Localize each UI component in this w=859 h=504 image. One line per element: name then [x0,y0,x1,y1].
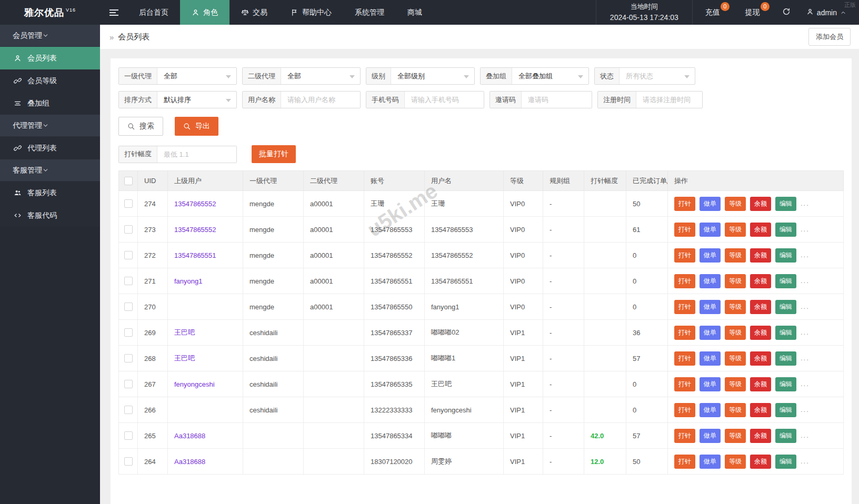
balance-button[interactable]: 余额 [750,248,771,263]
nav-item-mall[interactable]: 商城 [396,0,434,25]
edit-button[interactable]: 编辑 [775,274,796,288]
level-button[interactable]: 等级 [725,326,746,340]
parent-user-link[interactable]: 13547865552 [174,226,216,234]
search-button[interactable]: 搜索 [118,117,163,136]
parent-user-link[interactable]: 王巴吧 [174,354,195,362]
inject-button[interactable]: 打针 [674,326,695,340]
parent-user-link[interactable]: Aa318688 [174,458,205,466]
inject-button[interactable]: 打针 [674,197,695,211]
inject-button[interactable]: 打针 [674,223,695,237]
level-button[interactable]: 等级 [725,377,746,391]
nav-item-help-center[interactable]: 帮助中心 [279,0,343,25]
inject-button[interactable]: 打针 [674,274,695,288]
level-button[interactable]: 等级 [725,274,746,288]
level-button[interactable]: 等级 [725,300,746,314]
order-button[interactable]: 做单 [700,197,721,211]
balance-button[interactable]: 余额 [750,351,771,366]
nav-item-role[interactable]: 角色 [180,0,229,25]
level-button[interactable]: 等级 [725,455,746,469]
more-actions-button[interactable]: ... [801,277,810,285]
order-button[interactable]: 做单 [700,223,721,237]
balance-button[interactable]: 余额 [750,326,771,340]
order-button[interactable]: 做单 [700,429,721,443]
sidebar-group-agent-management[interactable]: 代理管理 [0,115,100,137]
edit-button[interactable]: 编辑 [775,326,796,340]
row-checkbox[interactable] [124,406,133,414]
filter-username-input[interactable] [281,92,360,108]
balance-button[interactable]: 余额 [750,300,771,314]
sidebar-item-stack-group[interactable]: 叠加组 [0,92,100,115]
more-actions-button[interactable]: ... [801,380,810,388]
parent-user-link[interactable]: 13547865552 [174,200,216,208]
balance-button[interactable]: 余额 [750,455,771,469]
order-button[interactable]: 做单 [700,274,721,288]
level-button[interactable]: 等级 [725,223,746,237]
edit-button[interactable]: 编辑 [775,197,796,211]
order-button[interactable]: 做单 [700,455,721,469]
parent-user-link[interactable]: 王巴吧 [174,328,195,336]
order-button[interactable]: 做单 [700,403,721,417]
nav-item-dashboard[interactable]: 后台首页 [127,0,180,25]
sidebar-item-member-list[interactable]: 会员列表 [0,47,100,69]
more-actions-button[interactable]: ... [801,406,810,414]
sidebar-toggle-button[interactable] [100,0,127,25]
level-button[interactable]: 等级 [725,197,746,211]
row-checkbox[interactable] [124,380,133,388]
edit-button[interactable]: 编辑 [775,351,796,366]
level-button[interactable]: 等级 [725,248,746,263]
sidebar-item-agent-list[interactable]: 代理列表 [0,137,100,159]
edit-button[interactable]: 编辑 [775,455,796,469]
more-actions-button[interactable]: ... [801,457,810,465]
add-member-button[interactable]: 添加会员 [808,28,851,46]
row-checkbox[interactable] [124,277,133,285]
nav-item-trade[interactable]: 交易 [229,0,279,25]
inject-button[interactable]: 打针 [674,429,695,443]
edit-button[interactable]: 编辑 [775,429,796,443]
inject-button[interactable]: 打针 [674,403,695,417]
sidebar-group-member-management[interactable]: 会员管理 [0,25,100,47]
row-checkbox[interactable] [124,431,133,440]
more-actions-button[interactable]: ... [801,199,810,207]
more-actions-button[interactable]: ... [801,251,810,259]
edit-button[interactable]: 编辑 [775,248,796,263]
order-button[interactable]: 做单 [700,377,721,391]
more-actions-button[interactable]: ... [801,328,810,336]
edit-button[interactable]: 编辑 [775,300,796,314]
sidebar-group-service-management[interactable]: 客服管理 [0,159,100,182]
sidebar-item-service-code[interactable]: 客服代码 [0,204,100,227]
balance-button[interactable]: 余额 [750,377,771,391]
batch-inject-button[interactable]: 批量打针 [252,145,296,163]
edit-button[interactable]: 编辑 [775,403,796,417]
filter-stack-group-select[interactable]: 全部叠加组 [512,68,588,84]
filter-sort-select[interactable]: 默认排序 [157,92,236,108]
inject-button[interactable]: 打针 [674,455,695,469]
balance-button[interactable]: 余额 [750,429,771,443]
inject-button[interactable]: 打针 [674,300,695,314]
row-checkbox[interactable] [124,328,133,337]
refresh-button[interactable] [773,0,800,25]
order-button[interactable]: 做单 [700,300,721,314]
inject-range-input[interactable] [157,146,236,163]
inject-button[interactable]: 打针 [674,377,695,391]
row-checkbox[interactable] [124,199,133,208]
balance-button[interactable]: 余额 [750,403,771,417]
row-checkbox[interactable] [124,457,133,466]
export-button[interactable]: 导出 [175,117,218,136]
parent-user-link[interactable]: 13547865551 [174,251,216,259]
row-checkbox[interactable] [124,303,133,311]
inject-button[interactable]: 打针 [674,351,695,366]
row-checkbox[interactable] [124,251,133,259]
nav-item-system[interactable]: 系统管理 [343,0,396,25]
more-actions-button[interactable]: ... [801,431,810,439]
inject-button[interactable]: 打针 [674,248,695,263]
balance-button[interactable]: 余额 [750,223,771,237]
filter-phone-input[interactable] [405,92,484,108]
level-button[interactable]: 等级 [725,429,746,443]
order-button[interactable]: 做单 [700,351,721,366]
level-button[interactable]: 等级 [725,351,746,366]
balance-button[interactable]: 余额 [750,197,771,211]
order-button[interactable]: 做单 [700,326,721,340]
withdraw-button[interactable]: 提现 0 [733,0,773,25]
more-actions-button[interactable]: ... [801,303,810,310]
edit-button[interactable]: 编辑 [775,223,796,237]
